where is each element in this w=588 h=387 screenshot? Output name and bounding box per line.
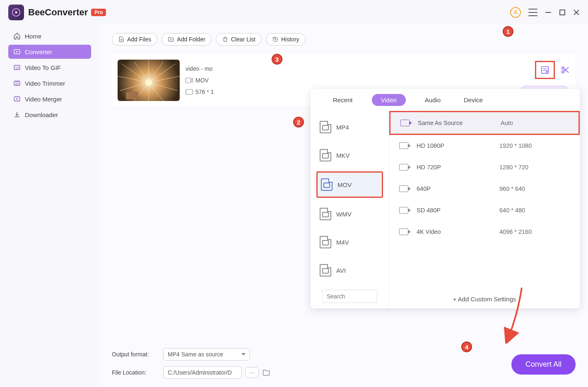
dimensions-icon <box>186 89 193 95</box>
callout-3: 3 <box>272 54 282 65</box>
menu-icon[interactable] <box>528 9 537 16</box>
svg-point-25 <box>145 79 152 86</box>
format-item-mp4[interactable]: MP4 <box>316 115 383 139</box>
resolution-item-source[interactable]: Same As SourceAuto <box>389 111 580 135</box>
format-list: MP4 MKV MOV WMV M4V AVI <box>311 111 389 308</box>
app-logo <box>8 5 24 20</box>
close-button[interactable] <box>573 9 580 16</box>
scissors-icon[interactable] <box>561 65 570 75</box>
sidebar-item-converter[interactable]: Converter <box>8 45 91 59</box>
folder-plus-icon <box>168 36 174 43</box>
format-item-wmv[interactable]: WMV <box>316 202 383 226</box>
output-format-select[interactable]: MP4 Same as source <box>163 348 250 361</box>
trimmer-icon <box>13 79 21 87</box>
svg-line-23 <box>120 82 149 91</box>
maximize-button[interactable] <box>559 9 566 16</box>
browse-button[interactable]: ··· <box>245 367 259 378</box>
camera-icon <box>399 142 408 149</box>
tab-audio[interactable]: Audio <box>421 95 445 105</box>
resolution-item-720p[interactable]: HD 720P1280 * 720 <box>389 156 580 178</box>
title-bar: BeeConverter Pro <box>0 0 588 25</box>
format-item-mov[interactable]: MOV <box>316 171 383 198</box>
format-item-m4v[interactable]: M4V <box>316 230 383 254</box>
resolution-item-1080p[interactable]: HD 1080P1920 * 1080 <box>389 135 580 156</box>
sidebar-item-label: Video Trimmer <box>25 80 65 87</box>
user-icon[interactable] <box>510 7 521 18</box>
file-location-input[interactable]: C:/Users/Administrator/D <box>163 366 242 379</box>
camera-icon <box>399 164 408 171</box>
file-plus-icon <box>118 36 125 43</box>
downloader-icon <box>13 111 21 118</box>
output-format-label: Output format: <box>112 351 157 358</box>
merger-icon <box>13 95 21 103</box>
svg-rect-28 <box>186 89 193 94</box>
history-button[interactable]: History <box>266 33 306 46</box>
sidebar-item-label: Video Merger <box>25 96 62 103</box>
sidebar-item-label: Downloader <box>25 111 58 118</box>
chevron-down-icon <box>241 353 246 356</box>
file-title: video - mo <box>186 65 219 72</box>
file-icon <box>320 236 331 248</box>
resolution-list: Same As SourceAuto HD 1080P1920 * 1080 H… <box>389 111 580 308</box>
sidebar-item-downloader[interactable]: Downloader <box>8 108 91 122</box>
svg-rect-26 <box>126 92 138 99</box>
file-format: MOV <box>195 77 209 84</box>
format-popup: Recent Video Audio Device MP4 MKV MOV WM… <box>311 89 580 308</box>
file-resolution: 576 * 1 <box>195 89 214 95</box>
add-folder-button[interactable]: Add Folder <box>161 33 211 46</box>
open-folder-icon[interactable] <box>262 369 270 376</box>
sidebar-item-label: Converter <box>25 48 52 55</box>
settings-list-icon <box>540 65 549 75</box>
home-icon <box>13 32 21 40</box>
svg-rect-27 <box>186 78 191 83</box>
svg-line-16 <box>149 62 163 82</box>
format-item-mkv[interactable]: MKV <box>316 143 383 167</box>
svg-point-1 <box>515 10 517 12</box>
resolution-item-640p[interactable]: 640P960 * 640 <box>389 178 580 200</box>
sidebar-item-gif[interactable]: GIF Video To GIF <box>8 60 91 75</box>
callout-1: 1 <box>503 26 513 37</box>
settings-icon-box[interactable] <box>535 61 555 79</box>
file-icon <box>320 149 331 161</box>
format-item-avi[interactable]: AVI <box>316 258 383 282</box>
tab-video[interactable]: Video <box>372 94 406 106</box>
svg-rect-3 <box>560 10 565 15</box>
resolution-item-4k[interactable]: 4K Video4096 * 2160 <box>389 221 580 243</box>
add-files-button[interactable]: Add Files <box>112 33 157 46</box>
content-area: Add Files Add Folder Clear List History … <box>99 25 588 387</box>
add-custom-settings[interactable]: + Add Custom Settings <box>389 290 580 308</box>
svg-line-20 <box>149 82 163 101</box>
tab-recent[interactable]: Recent <box>329 95 357 105</box>
file-icon <box>320 208 331 220</box>
svg-rect-9 <box>14 81 20 86</box>
file-icon <box>320 264 331 276</box>
file-info: video - mo MOV 576 * 1 <box>186 65 219 95</box>
minimize-button[interactable] <box>545 9 552 16</box>
play-logo-icon <box>12 8 21 17</box>
gif-icon: GIF <box>13 64 21 71</box>
sidebar-item-merger[interactable]: Video Merger <box>8 92 91 106</box>
format-search-input[interactable] <box>322 290 377 303</box>
converter-icon <box>13 48 21 55</box>
camera-icon <box>399 207 408 214</box>
footer: Output format: MP4 Same as source File L… <box>112 348 576 379</box>
callout-2: 2 <box>293 117 304 127</box>
sidebar-item-home[interactable]: Home <box>8 29 91 43</box>
app-title: BeeConverter <box>28 7 88 18</box>
camera-icon <box>400 120 410 126</box>
tab-device[interactable]: Device <box>460 95 487 105</box>
camera-icon <box>399 185 408 192</box>
sidebar-item-label: Home <box>25 33 41 40</box>
callout-4: 4 <box>461 341 472 352</box>
pro-badge: Pro <box>91 9 106 16</box>
file-icon <box>320 121 331 133</box>
resolution-item-480p[interactable]: SD 480P640 * 480 <box>389 200 580 221</box>
convert-all-button[interactable]: Convert All <box>511 354 576 375</box>
clear-list-button[interactable]: Clear List <box>216 33 262 46</box>
file-location-label: File Location: <box>112 369 157 376</box>
svg-line-19 <box>149 82 178 91</box>
arrow-annotation <box>501 286 526 344</box>
svg-line-14 <box>134 62 149 82</box>
thumbnail <box>118 60 180 101</box>
sidebar-item-trimmer[interactable]: Video Trimmer <box>8 76 91 90</box>
